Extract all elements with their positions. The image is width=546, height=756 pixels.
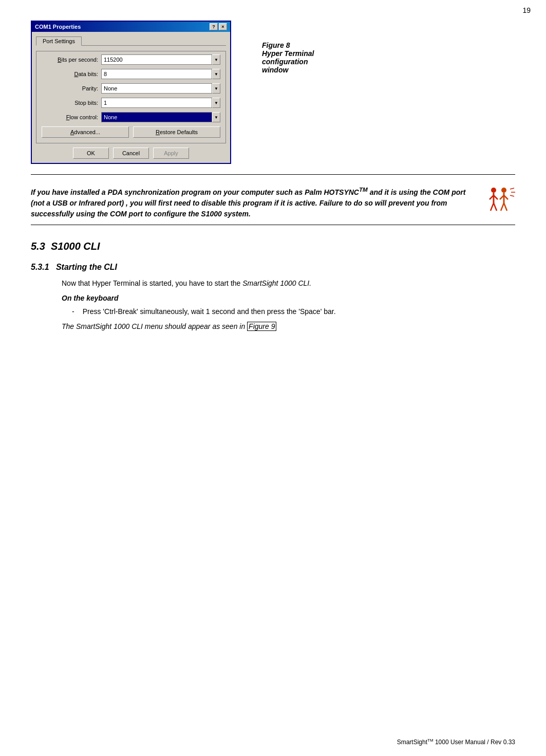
svg-line-10 <box>501 203 504 211</box>
svg-point-6 <box>501 188 506 193</box>
figure-section: COM1 Properties ? × Port Settings Bits p… <box>31 21 515 164</box>
footer-tm: TM <box>427 738 434 743</box>
parity-arrow[interactable]: ▼ <box>212 83 220 94</box>
com1-properties-dialog: COM1 Properties ? × Port Settings Bits p… <box>31 21 231 164</box>
parity-value: None <box>101 83 212 94</box>
stop-bits-arrow[interactable]: ▼ <box>212 98 220 108</box>
data-bits-label: Data bits: <box>42 71 98 77</box>
parity-label: Parity: <box>42 85 98 91</box>
svg-line-14 <box>510 195 514 196</box>
flow-control-arrow[interactable]: ▼ <box>212 112 220 122</box>
page-number: 19 <box>522 6 531 14</box>
dialog-help-button[interactable]: ? <box>210 23 218 30</box>
advanced-button[interactable]: Advanced... <box>42 126 129 138</box>
figure-caption-line1: Hyper Terminal <box>262 49 314 58</box>
bullet-item: - Press 'Ctrl-Break' simultaneously, wai… <box>62 306 515 317</box>
data-bits-arrow[interactable]: ▼ <box>212 69 220 79</box>
keyboard-label: On the keyboard <box>62 294 515 302</box>
flow-control-value: None <box>101 112 212 122</box>
figure-caption-number: Figure 8 <box>262 41 314 49</box>
subsection-heading: 5.3.1 Starting the CLI <box>31 263 515 272</box>
bullet-dash: - <box>72 306 74 317</box>
top-divider <box>31 174 515 175</box>
ok-button[interactable]: OK <box>73 147 109 159</box>
warning-icon <box>484 185 515 216</box>
bullet-text: Press 'Ctrl-Break' simultaneously, wait … <box>83 306 336 317</box>
svg-line-4 <box>491 203 494 211</box>
apply-button[interactable]: Apply <box>153 147 189 159</box>
flow-control-label: Flow control: <box>42 114 98 120</box>
figure-caption-line3: window <box>262 66 314 74</box>
stop-bits-label: Stop bits: <box>42 100 98 106</box>
bits-per-second-value: 115200 <box>101 54 212 65</box>
figure-9-link[interactable]: Figure 9 <box>247 322 276 331</box>
stop-bits-value: 1 <box>101 98 212 108</box>
svg-line-12 <box>510 188 514 189</box>
dialog-close-button[interactable]: × <box>219 23 227 30</box>
cli-appear-text: The SmartSight 1000 CLI menu should appe… <box>62 321 515 332</box>
dialog-titlebar: COM1 Properties ? × <box>32 22 230 32</box>
bottom-divider <box>31 225 515 225</box>
port-settings-tab[interactable]: Port Settings <box>36 36 82 46</box>
footer: SmartSightTM 1000 User Manual / Rev 0.33 <box>397 738 515 746</box>
warning-text: If you have installed a PDA synchronizat… <box>31 185 474 219</box>
intro-paragraph: Now that Hyper Terminal is started, you … <box>62 278 515 289</box>
bits-per-second-arrow[interactable]: ▼ <box>212 54 220 65</box>
restore-defaults-button[interactable]: Restore Defaults <box>133 126 220 138</box>
figure-caption-line2: configuration <box>262 58 314 66</box>
cancel-button[interactable]: Cancel <box>113 147 149 159</box>
svg-line-11 <box>504 203 507 211</box>
section-heading: 5.3 S1000 CLI <box>31 241 515 252</box>
svg-line-5 <box>494 203 497 211</box>
svg-point-0 <box>491 188 496 193</box>
bits-per-second-label: Bits per second: <box>42 57 98 63</box>
data-bits-value: 8 <box>101 69 212 79</box>
figure-caption: Figure 8 Hyper Terminal configuration wi… <box>262 41 314 74</box>
dialog-title: COM1 Properties <box>35 24 81 30</box>
warning-section: If you have installed a PDA synchronizat… <box>31 185 515 219</box>
